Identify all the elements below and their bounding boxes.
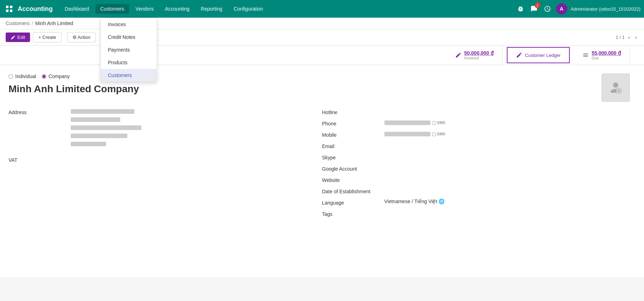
dropdown-item-customers[interactable]: Customers bbox=[101, 69, 157, 82]
dropdown-item-payments[interactable]: Payments bbox=[101, 43, 157, 56]
dropdown-item-invoices[interactable]: Invoices bbox=[101, 18, 157, 31]
dropdown-item-products[interactable]: Products bbox=[101, 56, 157, 69]
dropdown-item-credit-notes[interactable]: Credit Notes bbox=[101, 31, 157, 43]
